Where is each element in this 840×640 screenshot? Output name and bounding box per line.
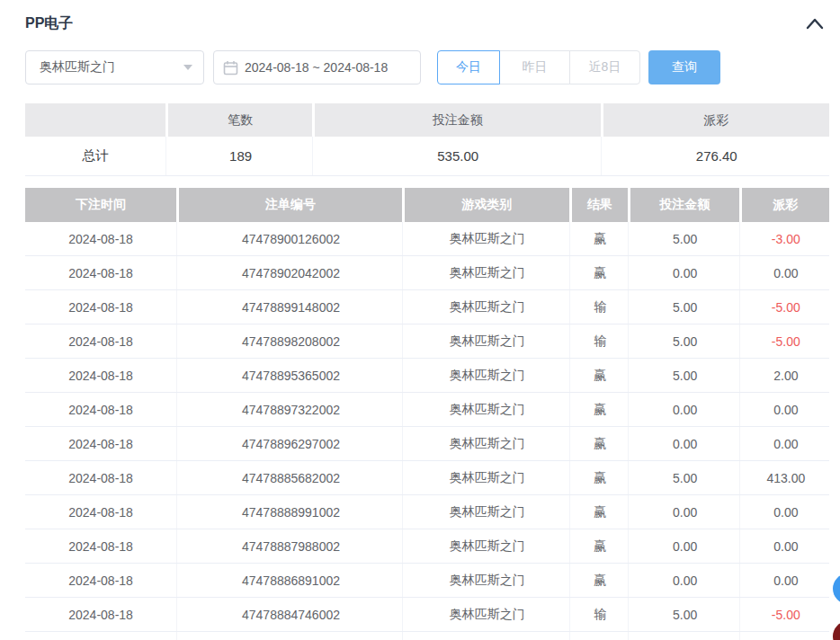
- cell-bet-amount: 0.00: [628, 256, 739, 289]
- collapse-button[interactable]: [802, 11, 827, 36]
- cell-bet-time: 2024-08-18: [25, 529, 176, 563]
- cell-game-category: 奥林匹斯之门: [402, 461, 569, 494]
- cell-payout: 0.00: [739, 564, 829, 597]
- cell-result: 赢: [569, 427, 628, 460]
- cell-bet-amount: 5.00: [628, 359, 739, 392]
- page-title: PP电子: [25, 14, 73, 33]
- cell-bet-amount: 5.00: [628, 324, 739, 358]
- cell-game-category: 奥林匹斯之门: [402, 529, 569, 563]
- table-body: 2024-08-18 47478900126002 奥林匹斯之门 赢 5.00 …: [25, 222, 829, 632]
- cell-bet-number: 47478885682002: [176, 461, 402, 494]
- cell-game-category: 奥林匹斯之门: [402, 222, 569, 255]
- game-select-value: 奥林匹斯之门: [40, 59, 115, 76]
- today-button[interactable]: 今日: [437, 50, 500, 84]
- cell-result: 赢: [569, 222, 628, 255]
- col-header-payout: 派彩: [742, 188, 829, 222]
- col-header-game-category: 游戏类别: [405, 188, 569, 222]
- summary-header-bet-amount: 投注金额: [315, 103, 601, 137]
- cell-payout: -5.00: [739, 290, 829, 324]
- cell-bet-time: 2024-08-18: [25, 427, 176, 460]
- cell-bet-amount: 5.00: [628, 290, 739, 324]
- cell-bet-number: 47478886891002: [176, 564, 402, 597]
- summary-total-count: 189: [165, 137, 311, 175]
- panel-header: PP电子: [25, 0, 829, 43]
- cell-payout: -5.00: [739, 324, 829, 358]
- cell-payout: 2.00: [739, 359, 829, 392]
- date-range-input[interactable]: 2024-08-18 ~ 2024-08-18: [213, 50, 421, 84]
- cell-game-category: 奥林匹斯之门: [402, 495, 569, 529]
- table-row: 2024-08-18 47478899148002 奥林匹斯之门 输 5.00 …: [25, 290, 829, 324]
- yesterday-button[interactable]: 昨日: [499, 50, 570, 84]
- summary-total-bet-amount: 535.00: [312, 137, 601, 175]
- cell-bet-amount: 0.00: [628, 529, 739, 563]
- cell-game-category: 奥林匹斯之门: [402, 359, 569, 392]
- cell-payout: 0.00: [739, 529, 829, 563]
- cell-payout: -3.00: [739, 222, 829, 255]
- cell-bet-time: 2024-08-18: [25, 564, 176, 597]
- cell-payout: -5.00: [739, 598, 829, 631]
- cell-bet-amount: 5.00: [628, 222, 739, 255]
- cell-game-category: 奥林匹斯之门: [402, 598, 569, 631]
- cell-result: 赢: [569, 564, 628, 597]
- table-row: 2024-08-18 47478897322002 奥林匹斯之门 赢 0.00 …: [25, 393, 829, 427]
- table-row: 2024-08-18 47478896297002 奥林匹斯之门 赢 0.00 …: [25, 427, 829, 461]
- cell-result: 输: [569, 324, 628, 358]
- cell-bet-amount: 0.00: [628, 393, 739, 426]
- query-button[interactable]: 查询: [648, 50, 720, 84]
- summary-total-row: 总计 189 535.00 276.40: [25, 137, 829, 176]
- cell-bet-number: 47478899148002: [176, 290, 402, 324]
- table-row: 2024-08-18 47478898208002 奥林匹斯之门 输 5.00 …: [25, 324, 829, 359]
- table-row: 2024-08-18 47478902042002 奥林匹斯之门 赢 0.00 …: [25, 256, 829, 290]
- cell-bet-amount: 0.00: [628, 427, 739, 460]
- cell-bet-number: 47478900126002: [176, 222, 402, 255]
- summary-header-row: 笔数 投注金额 派彩: [25, 103, 829, 137]
- calendar-icon: [223, 60, 238, 76]
- summary-table: 笔数 投注金额 派彩 总计 189 535.00 276.40: [25, 103, 829, 176]
- summary-header-count: 笔数: [168, 103, 311, 137]
- summary-header-payout: 派彩: [603, 103, 829, 137]
- col-header-bet-number: 注单编号: [179, 188, 402, 222]
- cell-payout: 0.00: [739, 427, 829, 460]
- cell-game-category: 奥林匹斯之门: [402, 324, 569, 358]
- chevron-up-icon: [805, 17, 825, 30]
- col-header-bet-amount: 投注金额: [630, 188, 739, 222]
- col-header-bet-time: 下注时间: [25, 188, 176, 222]
- bet-records-table: 下注时间 注单编号 游戏类别 结果 投注金额 派彩 2024-08-18 474…: [25, 188, 829, 640]
- cell-bet-number: 47478902042002: [176, 256, 402, 289]
- cell-bet-amount: 5.00: [628, 461, 739, 494]
- cell-bet-number: 47478896297002: [176, 427, 402, 460]
- table-row: 2024-08-18 47478885682002 奥林匹斯之门 赢 5.00 …: [25, 461, 829, 495]
- cell-bet-time: 2024-08-18: [25, 324, 176, 358]
- cell-game-category: 奥林匹斯之门: [402, 564, 569, 597]
- cell-game-category: 奥林匹斯之门: [402, 290, 569, 324]
- summary-total-label: 总计: [25, 137, 165, 175]
- date-range-value: 2024-08-18 ~ 2024-08-18: [245, 60, 388, 75]
- cell-result: 赢: [569, 529, 628, 563]
- cell-bet-number: 47478887988002: [176, 529, 402, 563]
- cell-game-category: 奥林匹斯之门: [402, 393, 569, 426]
- table-row: 2024-08-18 47478895365002 奥林匹斯之门 赢 5.00 …: [25, 359, 829, 393]
- game-select[interactable]: 奥林匹斯之门: [25, 50, 204, 84]
- cell-payout: 413.00: [739, 461, 829, 494]
- cell-bet-amount: 0.00: [628, 495, 739, 529]
- cell-result: 输: [569, 598, 628, 631]
- filter-bar: 奥林匹斯之门 2024-08-18 ~ 2024-08-18 今日 昨日 近8日…: [25, 50, 829, 84]
- cell-result: 赢: [569, 495, 628, 529]
- cell-payout: 0.00: [739, 495, 829, 529]
- cell-bet-time: 2024-08-18: [25, 290, 176, 324]
- table-header-row: 下注时间 注单编号 游戏类别 结果 投注金额 派彩: [25, 188, 829, 222]
- cell-result: 赢: [569, 359, 628, 392]
- cell-bet-number: 47478897322002: [176, 393, 402, 426]
- cell-bet-amount: 0.00: [628, 564, 739, 597]
- cell-game-category: 奥林匹斯之门: [402, 427, 569, 460]
- cell-bet-number: 47478884746002: [176, 598, 402, 631]
- cell-result: 赢: [569, 256, 628, 289]
- cell-bet-number: 47478895365002: [176, 359, 402, 392]
- table-row: 2024-08-18 47478888991002 奥林匹斯之门 赢 0.00 …: [25, 495, 829, 529]
- quick-date-group: 今日 昨日 近8日: [437, 50, 640, 84]
- cell-bet-number: 47478888991002: [176, 495, 402, 529]
- cell-bet-number: 47478898208002: [176, 324, 402, 358]
- table-row: 2024-08-18 47478884746002 奥林匹斯之门 输 5.00 …: [25, 598, 829, 632]
- last-8-days-button[interactable]: 近8日: [569, 50, 640, 84]
- cell-payout: 0.00: [739, 393, 829, 426]
